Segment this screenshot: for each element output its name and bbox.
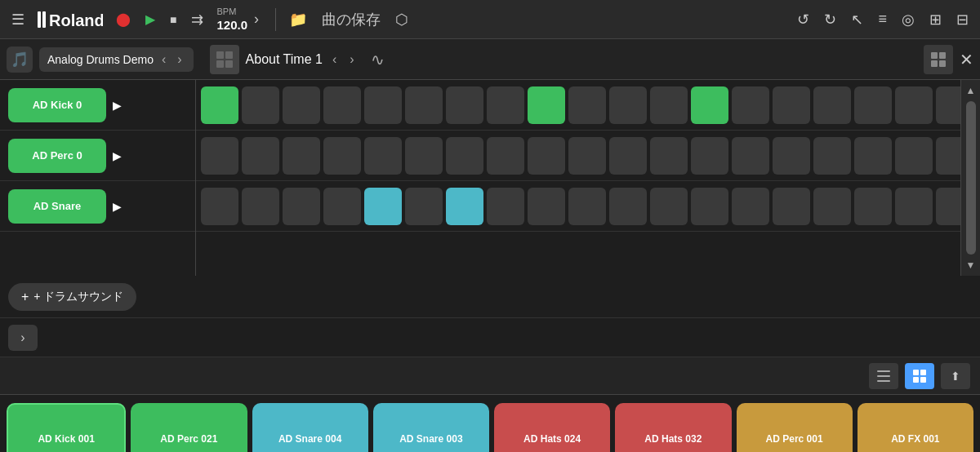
step-1[interactable]: [242, 188, 279, 225]
step-9[interactable]: [568, 86, 606, 124]
play-button[interactable]: ▶: [140, 8, 160, 30]
close-button[interactable]: ✕: [960, 50, 973, 69]
step-16[interactable]: [854, 86, 892, 124]
step-11[interactable]: [650, 86, 688, 124]
step-13[interactable]: [732, 188, 769, 225]
step-18[interactable]: [936, 137, 960, 175]
step-14[interactable]: [773, 86, 810, 124]
step-11[interactable]: [650, 188, 688, 225]
scroll-down-button[interactable]: ▼: [964, 258, 978, 273]
track-label-kick[interactable]: AD Kick 0: [8, 88, 106, 122]
pattern-next-button[interactable]: ›: [346, 51, 357, 69]
step-5[interactable]: [405, 137, 443, 175]
step-4[interactable]: [364, 188, 402, 225]
track-play-kick[interactable]: ▶: [113, 99, 122, 112]
eye-button[interactable]: ◎: [897, 7, 920, 32]
pad-button-2[interactable]: AD Snare 004: [252, 403, 368, 452]
step-7[interactable]: [487, 86, 524, 124]
step-5[interactable]: [405, 86, 443, 124]
step-16[interactable]: [854, 137, 892, 175]
step-11[interactable]: [650, 137, 688, 175]
step-5[interactable]: [405, 188, 443, 225]
pad-button-1[interactable]: AD Perc 021: [131, 403, 247, 452]
step-13[interactable]: [732, 137, 769, 175]
step-6[interactable]: [446, 188, 483, 225]
step-15[interactable]: [813, 137, 851, 175]
step-16[interactable]: [854, 188, 892, 225]
track-prev-button[interactable]: ‹: [158, 51, 169, 69]
mini-grid-button[interactable]: [924, 45, 953, 74]
pad-button-5[interactable]: AD Hats 032: [615, 403, 731, 452]
expand-button[interactable]: ›: [8, 325, 38, 351]
step-8[interactable]: [528, 86, 565, 124]
step-6[interactable]: [446, 86, 483, 124]
track-label-perc[interactable]: AD Perc 0: [8, 139, 106, 173]
scroll-thumb[interactable]: [966, 101, 976, 255]
step-15[interactable]: [813, 188, 851, 225]
folder-button[interactable]: 📁: [284, 7, 312, 32]
step-8[interactable]: [528, 188, 565, 225]
pad-grid-button[interactable]: [905, 363, 934, 389]
pad-button-3[interactable]: AD Snare 003: [373, 403, 489, 452]
step-4[interactable]: [364, 86, 402, 124]
wave-button[interactable]: ∿: [371, 50, 385, 69]
step-18[interactable]: [936, 188, 960, 225]
step-7[interactable]: [487, 137, 524, 175]
step-12[interactable]: [691, 137, 728, 175]
record-button[interactable]: ⬤: [111, 8, 136, 30]
step-17[interactable]: [895, 86, 933, 124]
pad-button-4[interactable]: AD Hats 024: [494, 403, 610, 452]
step-3[interactable]: [323, 188, 361, 225]
step-17[interactable]: [895, 188, 933, 225]
step-2[interactable]: [283, 137, 320, 175]
pattern-prev-button[interactable]: ‹: [329, 51, 340, 69]
step-8[interactable]: [528, 137, 565, 175]
step-7[interactable]: [487, 188, 524, 225]
track-play-perc[interactable]: ▶: [113, 149, 122, 162]
step-0[interactable]: [201, 188, 238, 225]
redo-button[interactable]: ↻: [819, 7, 841, 32]
scroll-up-button[interactable]: ▲: [964, 83, 978, 98]
pad-settings-button[interactable]: ⬆: [941, 363, 970, 389]
stop-button[interactable]: ■: [165, 10, 181, 29]
track-play-snare[interactable]: ▶: [113, 200, 122, 213]
undo-button[interactable]: ↺: [792, 7, 814, 32]
step-2[interactable]: [283, 188, 320, 225]
step-0[interactable]: [201, 137, 238, 175]
save-button[interactable]: 曲の保存: [317, 7, 385, 33]
add-drum-button[interactable]: + + ドラムサウンド: [8, 283, 136, 311]
step-18[interactable]: [936, 86, 960, 124]
pad-button-7[interactable]: AD FX 001: [858, 403, 973, 452]
step-3[interactable]: [323, 86, 361, 124]
step-12[interactable]: [691, 86, 728, 124]
list-button[interactable]: ≡: [873, 7, 892, 31]
share-button[interactable]: ⬡: [390, 7, 413, 32]
step-4[interactable]: [364, 137, 402, 175]
step-10[interactable]: [609, 86, 647, 124]
step-15[interactable]: [813, 86, 851, 124]
step-10[interactable]: [609, 188, 647, 225]
step-13[interactable]: [732, 86, 769, 124]
step-2[interactable]: [283, 86, 320, 124]
mixer-button[interactable]: ⊞: [924, 7, 947, 32]
step-14[interactable]: [773, 137, 810, 175]
bpm-arrow-button[interactable]: ›: [249, 7, 264, 31]
step-0[interactable]: [201, 86, 238, 124]
route-button[interactable]: ⇉: [186, 7, 208, 32]
pad-button-0[interactable]: AD Kick 001: [7, 403, 126, 452]
track-next-button[interactable]: ›: [174, 51, 185, 69]
cursor-button[interactable]: ↖: [846, 7, 868, 32]
step-17[interactable]: [895, 137, 933, 175]
step-1[interactable]: [242, 137, 279, 175]
step-1[interactable]: [242, 86, 279, 124]
step-9[interactable]: [568, 188, 606, 225]
step-9[interactable]: [568, 137, 606, 175]
step-3[interactable]: [323, 137, 361, 175]
pad-list-button[interactable]: [869, 363, 898, 389]
step-6[interactable]: [446, 137, 483, 175]
track-icon[interactable]: 🎵: [7, 47, 33, 73]
step-12[interactable]: [691, 188, 728, 225]
track-label-snare[interactable]: AD Snare: [8, 189, 106, 224]
pad-button-6[interactable]: AD Perc 001: [737, 403, 853, 452]
step-14[interactable]: [773, 188, 810, 225]
